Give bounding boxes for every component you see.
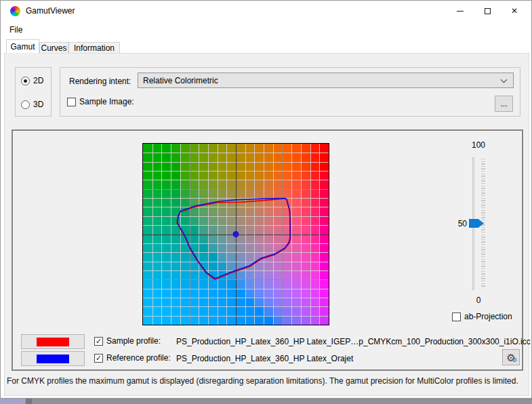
app-icon — [10, 6, 20, 16]
reference-profile-name: PS_Production_HP_Latex_360_HP Latex_Oraj… — [176, 354, 353, 363]
maximize-button[interactable] — [476, 1, 499, 21]
gamut-tab-page: 2D 3D Rendering intent: Relative Colorim… — [4, 53, 529, 396]
radio-3d[interactable] — [21, 100, 30, 109]
tab-information[interactable]: Information — [68, 42, 120, 54]
radio-row-3d[interactable]: 3D — [21, 100, 43, 109]
gear-small-icon: ⚙ — [512, 357, 517, 363]
reference-color-button[interactable] — [21, 351, 85, 366]
menu-file[interactable]: File — [7, 24, 25, 35]
reference-profile-label: Reference profile: — [106, 353, 171, 363]
gamut-panel: 100 50 0 ab-Projection ✓ Sample profile: — [12, 129, 523, 371]
sample-image-row: Sample Image: — [67, 97, 134, 106]
reference-swatch — [37, 355, 69, 363]
slider-max-label: 100 — [468, 140, 489, 150]
slider-min-label: 0 — [469, 296, 488, 305]
settings-button[interactable]: ⚙ ⚙ — [502, 349, 520, 365]
reference-profile-checkbox[interactable]: ✓ — [94, 354, 103, 363]
reference-profile-row: ✓ Reference profile: — [94, 353, 171, 363]
tab-curves[interactable]: Curves — [39, 42, 68, 54]
view-mode-group: 2D 3D — [15, 67, 52, 117]
gamut-plot — [142, 143, 329, 325]
maximize-icon — [485, 8, 491, 14]
ab-projection-label: ab-Projection — [464, 312, 512, 321]
title-bar: GamutViewer ✕ — [1, 1, 531, 21]
chevron-down-icon — [501, 77, 508, 83]
sample-profile-checkbox[interactable]: ✓ — [94, 337, 103, 346]
close-button[interactable]: ✕ — [503, 1, 526, 21]
rendering-intent-select[interactable]: Relative Colorimetric — [138, 73, 514, 88]
radio-3d-label: 3D — [33, 100, 43, 109]
radio-2d[interactable] — [21, 77, 30, 85]
slider-mid-label: 50 — [451, 219, 467, 228]
close-icon: ✕ — [511, 7, 518, 15]
radio-2d-label: 2D — [33, 76, 43, 85]
sample-image-checkbox[interactable] — [67, 98, 76, 106]
ab-projection-row: ab-Projection — [452, 312, 512, 321]
taskbar-sliver — [0, 399, 532, 404]
gamut-canvas — [143, 144, 329, 325]
radio-row-2d[interactable]: 2D — [21, 76, 43, 85]
sample-profile-label: Sample profile: — [106, 336, 161, 346]
sample-profile-name: PS_Production_HP_Latex_360_HP Latex_IGEP… — [176, 337, 531, 346]
taskbar-segment — [0, 399, 26, 404]
status-text: For CMYK profiles the maximum gamut is d… — [7, 376, 522, 386]
tab-gamut[interactable]: Gamut — [6, 39, 39, 54]
menu-bar: File — [1, 21, 531, 39]
ab-projection-checkbox[interactable] — [452, 312, 461, 321]
sample-profile-row: ✓ Sample profile: — [94, 336, 161, 346]
window-title: GamutViewer — [26, 6, 75, 16]
rendering-intent-value: Relative Colorimetric — [143, 76, 218, 85]
taskbar-divider — [26, 399, 32, 404]
rendering-intent-label: Rendering intent: — [69, 77, 131, 86]
gamutviewer-window: GamutViewer ✕ File Gamut Curves Informat… — [0, 0, 532, 399]
browse-button[interactable]: ... — [495, 96, 513, 112]
minimize-button[interactable] — [449, 1, 472, 21]
options-group: Rendering intent: Relative Colorimetric … — [60, 67, 520, 117]
sample-color-button[interactable] — [21, 334, 85, 349]
sample-swatch — [37, 338, 69, 346]
minimize-icon — [457, 11, 464, 12]
sample-image-label: Sample Image: — [79, 97, 134, 106]
screen: GamutViewer ✕ File Gamut Curves Informat… — [0, 0, 532, 404]
